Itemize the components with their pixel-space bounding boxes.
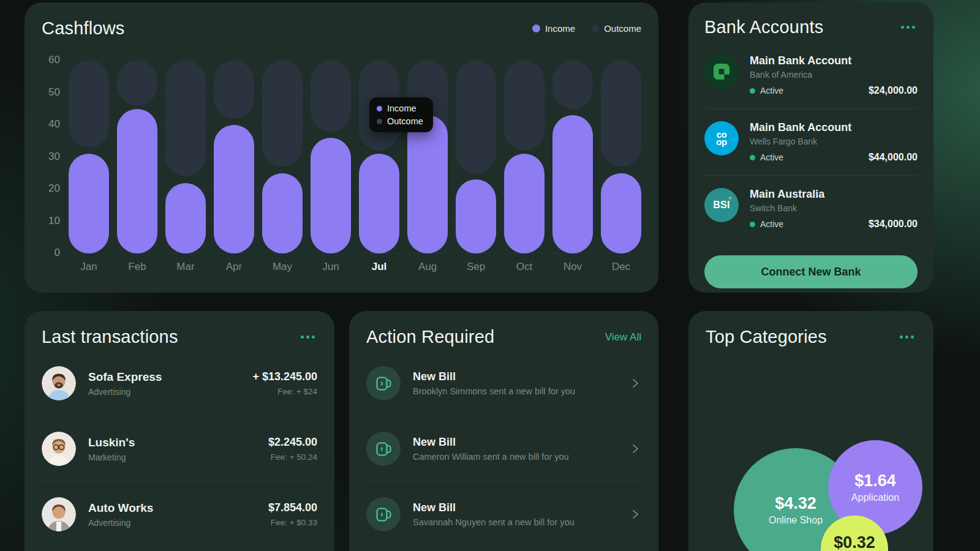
bar-column-oct [504,61,545,253]
action-description: Savannah Nguyen sent a new bill for you [413,517,575,527]
x-tick-label-dec[interactable]: Dec [601,261,641,273]
ellipsis-menu-icon[interactable] [298,333,317,341]
outcome-bar[interactable] [214,61,254,119]
x-tick-label-oct[interactable]: Oct [504,261,545,273]
transaction-name: Luskin's [88,436,135,449]
income-bar[interactable] [262,173,303,253]
view-all-link[interactable]: View All [605,331,641,343]
income-bar[interactable] [359,154,399,253]
bank-name: Wells Fargo Bank [750,137,918,146]
y-tick-label: 20 [48,182,60,195]
x-tick-label-apr[interactable]: Apr [214,261,254,273]
transaction-fee: Fee: + $0.33 [268,518,317,527]
avatar [42,432,76,466]
transaction-row[interactable]: Auto WorksAdvertising$7.854.00Fee: + $0.… [42,481,317,547]
income-bar[interactable] [165,183,206,254]
transaction-category: Advertising [88,387,162,397]
star-icon: ✦ [728,195,733,201]
ellipsis-menu-icon[interactable] [899,23,918,31]
tooltip-dot-icon [377,106,382,111]
outcome-bar[interactable] [262,61,303,167]
bank-account-row[interactable]: Main Bank AccountBank of AmericaActive$2… [704,42,918,108]
categories-bubble-chart: $4.32Online Shop$1.64Application$0.32Tax [706,347,916,551]
transaction-name: Sofa Express [88,370,162,384]
x-tick-label-jul[interactable]: Jul [359,261,399,273]
bank-name: Switch Bank [750,203,918,213]
x-tick-label-jan[interactable]: Jan [69,261,109,273]
transaction-row[interactable]: Luskin'sMarketing$2.245.00Fee: + 50.24 [42,416,317,481]
x-tick-label-aug[interactable]: Aug [407,261,448,273]
action-required-card: Action Required View All New BillBrookly… [349,311,658,551]
legend-item-income: Income [532,23,575,34]
outcome-bar[interactable] [601,61,641,167]
x-tick-label-feb[interactable]: Feb [117,261,157,273]
status-dot-icon [750,155,755,160]
income-bar[interactable] [601,173,641,253]
bank-accounts-list: Main Bank AccountBank of AmericaActive$2… [704,42,918,242]
account-balance: $34,000.00 [869,219,918,230]
x-tick-label-sep[interactable]: Sep [456,261,496,273]
bar-column-jul [359,61,399,253]
bar-column-jan [69,61,109,253]
income-bar[interactable] [311,138,351,253]
status-badge: Active [760,86,783,96]
ellipsis-menu-icon[interactable] [897,333,916,341]
bar-columns [69,61,641,253]
income-bar[interactable] [69,154,109,253]
y-tick-label: 60 [48,54,60,66]
avatar [42,366,76,400]
cashflows-title: Cashflows [42,18,125,39]
transaction-amount: $2.245.00 [268,436,317,449]
income-bar[interactable] [456,179,496,253]
income-bar[interactable] [407,115,448,253]
transaction-category: Advertising [88,518,153,528]
income-bar[interactable] [552,115,593,253]
x-tick-label-jun[interactable]: Jun [311,261,351,273]
last-transactions-card: Last transactions Sofa ExpressAdvertisin… [24,311,334,551]
income-bar[interactable] [117,109,157,253]
x-tick-label-mar[interactable]: Mar [165,261,206,273]
bank-account-name: Main Bank Account [750,54,918,67]
outcome-bar[interactable] [165,61,206,176]
legend-item-outcome: Outcome [591,23,641,34]
bank-account-name: Main Bank Account [750,121,918,134]
connect-new-bank-button[interactable]: Connect New Bank [704,255,918,288]
chevron-right-icon [629,508,641,520]
status-badge: Active [760,152,783,162]
action-required-row[interactable]: New BillBrooklyn Simmons sent a new bill… [366,351,641,416]
x-tick-label-nov[interactable]: Nov [552,261,593,273]
outcome-bar[interactable] [456,61,496,173]
avatar [42,366,76,400]
category-value: $0.32 [834,533,875,551]
y-tick-label: 0 [55,247,60,259]
outcome-bar[interactable] [117,61,157,106]
action-required-row[interactable]: New BillSavannah Nguyen sent a new bill … [366,481,641,547]
avatar [42,497,76,531]
top-categories-card: Top Categories $4.32Online Shop$1.64Appl… [688,311,933,551]
chevron-right-icon [629,377,641,389]
outcome-bar[interactable] [69,61,109,148]
bank-account-row[interactable]: BSI✦Main AustraliaSwitch BankActive$34,0… [704,175,918,242]
transaction-row[interactable]: Sofa ExpressAdvertising+ $13.245.00Fee: … [42,351,317,416]
outcome-bar[interactable] [311,61,351,132]
bar-column-apr [214,61,254,253]
action-description: Cameron William sent a new bill for you [413,452,569,462]
bill-icon [375,375,392,392]
income-bar[interactable] [214,125,254,253]
action-required-row[interactable]: New BillCameron William sent a new bill … [366,416,641,481]
outcome-bar[interactable] [552,61,593,109]
bar-column-aug [407,61,448,253]
transaction-fee: Fee: + $24 [252,387,317,396]
status-dot-icon [750,222,755,227]
outcome-bar[interactable] [504,61,545,151]
income-bar[interactable] [504,154,545,253]
category-label: Application [851,492,899,503]
green-square-bank-logo-icon [712,62,731,81]
bank-account-name: Main Australia [750,188,918,201]
chart-plot-area: IncomeOutcome [69,61,641,253]
x-tick-label-may[interactable]: May [262,261,303,273]
avatar [42,432,76,466]
bank-account-row[interactable]: coopMain Bank AccountWells Fargo BankAct… [704,108,918,175]
bar-column-may [262,61,303,253]
bank-accounts-title: Bank Accounts [704,17,823,37]
